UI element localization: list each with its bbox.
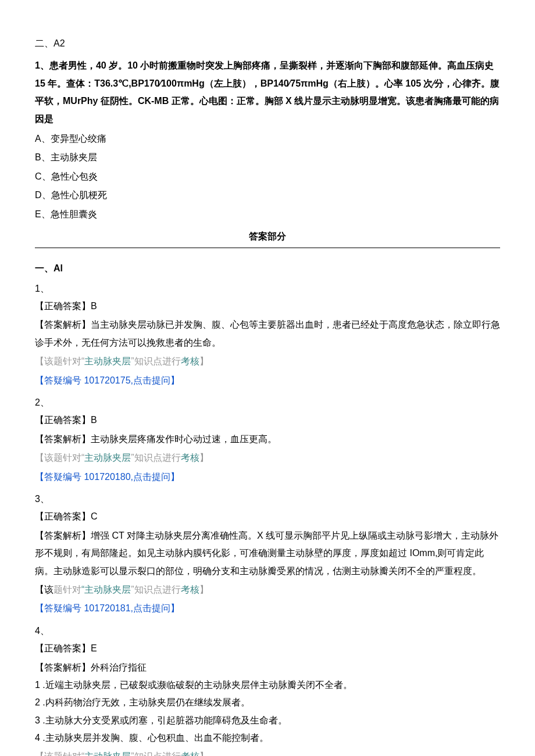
answer-2-topic: 【该题针对“主动脉夹层”知识点进行考核】 bbox=[35, 449, 500, 467]
answer-3-topic-suffix-a: ”知识点进行 bbox=[131, 585, 180, 594]
answer-section-title: 答案部分 bbox=[35, 228, 500, 248]
answer-1-topic: 【该题针对“主动脉夹层”知识点进行考核】 bbox=[35, 353, 500, 370]
answer-4-correct: 【正确答案】E bbox=[35, 640, 500, 657]
answer-1-topic-term: 主动脉夹层 bbox=[84, 356, 131, 366]
answer-1-topic-suffix-a: ”知识点进行 bbox=[131, 356, 180, 366]
option-d: D、急性心肌梗死 bbox=[35, 187, 500, 204]
answer-3-topic-suffix-b: 考核 bbox=[181, 585, 199, 594]
answer-4-topic-prefix: 【该题针对“ bbox=[35, 751, 84, 756]
answer-1-topic-suffix-b: 考核 bbox=[181, 356, 199, 366]
question-1-text: 患者男性，40 岁。10 小时前搬重物时突发上胸部疼痛，呈撕裂样，并逐渐向下胸部… bbox=[35, 60, 500, 123]
answer-1-topic-close: 】 bbox=[199, 356, 209, 366]
option-c: C、急性心包炎 bbox=[35, 168, 500, 185]
answer-4-topic-term: 主动脉夹层 bbox=[84, 751, 131, 756]
answer-3-correct: 【正确答案】C bbox=[35, 508, 500, 525]
answer-3-link[interactable]: 【答疑编号 101720181,点击提问】 bbox=[35, 600, 500, 617]
answer-4-bullet-2: 2 .内科药物治疗无效，主动脉夹层仍在继续发展者。 bbox=[35, 694, 500, 711]
answer-4-bullet-1: 1 .近端主动脉夹层，已破裂或濒临破裂的主动脉夹层伴主动脉瓣关闭不全者。 bbox=[35, 676, 500, 694]
answer-2-topic-suffix-a: ”知识点进行 bbox=[131, 453, 180, 463]
answer-3-topic: 【该题针对“主动脉夹层”知识点进行考核】 bbox=[35, 581, 500, 599]
answer-3-topic-b: 题针对 bbox=[54, 585, 81, 594]
answer-2-link[interactable]: 【答疑编号 101720180,点击提问】 bbox=[35, 468, 500, 486]
answer-1-link[interactable]: 【答疑编号 101720175,点击提问】 bbox=[35, 372, 500, 389]
answer-subsection-a1: 一、Al bbox=[35, 260, 500, 277]
answer-1: 1、 【正确答案】B 【答案解析】当主动脉夹层动脉已并发胸、腹、心包等主要脏器出… bbox=[35, 280, 500, 389]
answer-1-correct: 【正确答案】B bbox=[35, 298, 500, 315]
answer-1-topic-prefix: 【该题针对“ bbox=[35, 356, 84, 366]
answer-4: 4、 【正确答案】E 【答案解析】外科治疗指征 1 .近端主动脉夹层，已破裂或濒… bbox=[35, 622, 500, 756]
answer-3-topic-term: 主动脉夹层 bbox=[84, 585, 131, 594]
question-1-num: 1、 bbox=[35, 60, 49, 70]
answer-4-topic-suffix-b: 考核 bbox=[181, 751, 199, 756]
answer-4-topic-close: 】 bbox=[199, 751, 209, 756]
answer-1-num: 1、 bbox=[35, 280, 500, 298]
option-b: B、主动脉夹层 bbox=[35, 149, 500, 166]
option-a: A、变异型心绞痛 bbox=[35, 130, 500, 148]
answer-2-topic-term: 主动脉夹层 bbox=[84, 453, 131, 463]
section-a2-header: 二、A2 bbox=[35, 35, 500, 52]
answer-4-bullet-3: 3 .主动脉大分支受累或闭塞，引起脏器功能障碍危及生命者。 bbox=[35, 712, 500, 729]
answer-2-topic-close: 】 bbox=[199, 453, 209, 463]
answer-4-explain: 【答案解析】外科治疗指征 bbox=[35, 659, 500, 676]
answer-3-explain: 【答案解析】增强 CT 对降主动脉夹层分离准确性高。X 线可显示胸部平片见上纵隔… bbox=[35, 527, 500, 580]
answer-2-num: 2、 bbox=[35, 394, 500, 411]
answer-1-explain: 【答案解析】当主动脉夹层动脉已并发胸、腹、心包等主要脏器出血时，患者已经处于高度… bbox=[35, 316, 500, 352]
answer-2-explain: 【答案解析】主动脉夹层疼痛发作时心动过速，血压更高。 bbox=[35, 431, 500, 448]
answer-4-num: 4、 bbox=[35, 622, 500, 640]
answer-4-topic: 【该题针对“主动脉夹层”知识点进行考核】 bbox=[35, 748, 500, 756]
answer-2-topic-suffix-b: 考核 bbox=[181, 453, 199, 463]
question-1-stem: 1、患者男性，40 岁。10 小时前搬重物时突发上胸部疼痛，呈撕裂样，并逐渐向下… bbox=[35, 57, 500, 128]
answer-3-num: 3、 bbox=[35, 490, 500, 508]
answer-2: 2、 【正确答案】B 【答案解析】主动脉夹层疼痛发作时心动过速，血压更高。 【该… bbox=[35, 394, 500, 486]
option-e: E、急性胆囊炎 bbox=[35, 206, 500, 223]
answer-3: 3、 【正确答案】C 【答案解析】增强 CT 对降主动脉夹层分离准确性高。X 线… bbox=[35, 490, 500, 618]
answer-2-correct: 【正确答案】B bbox=[35, 411, 500, 429]
answer-2-topic-prefix: 【该题针对“ bbox=[35, 453, 84, 463]
answer-4-topic-suffix-a: ”知识点进行 bbox=[131, 751, 180, 756]
answer-3-topic-close: 】 bbox=[199, 585, 209, 594]
answer-3-topic-a: 【该 bbox=[35, 585, 54, 594]
answer-4-bullet-4: 4 .主动脉夹层并发胸、腹、心包积血、出血不能控制者。 bbox=[35, 729, 500, 747]
